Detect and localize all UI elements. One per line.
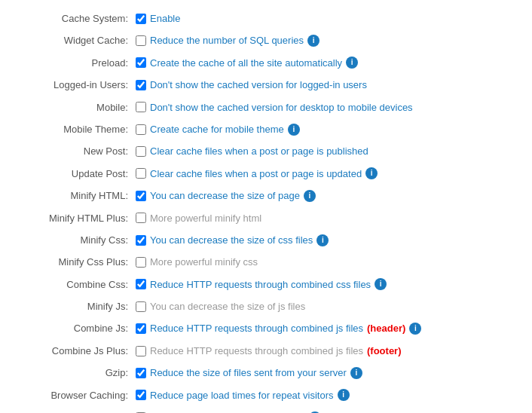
checkbox-2[interactable] xyxy=(136,57,146,68)
checkbox-8[interactable] xyxy=(136,191,146,201)
row-control-17: Reduce page load times for repeat visito… xyxy=(136,384,517,406)
row-label-8: Minify HTML: xyxy=(15,185,136,206)
description-8: You can decrease the size of page xyxy=(150,187,300,204)
row-label-12: Combine Css: xyxy=(15,274,136,295)
description-15: Reduce HTTP requests through combined js… xyxy=(150,342,363,359)
row-control-3: Don't show the cached version for logged… xyxy=(136,74,517,96)
checkbox-1[interactable] xyxy=(136,35,146,46)
row-control-1: Reduce the number of SQL queriesi xyxy=(136,29,517,51)
info-icon-2[interactable]: i xyxy=(346,57,358,69)
row-control-7: Clear cache files when a post or page is… xyxy=(136,163,517,185)
row-label-10: Minify Css: xyxy=(15,229,136,251)
row-control-13: You can decrease the size of js files xyxy=(136,295,517,317)
row-control-11: More powerful minify css xyxy=(136,251,517,273)
description-3: Don't show the cached version for logged… xyxy=(150,76,367,93)
row-label-11: Minify Css Plus: xyxy=(15,251,136,273)
description-10: You can decrease the size of css files xyxy=(150,231,313,249)
row-control-12: Reduce HTTP requests through combined cs… xyxy=(136,274,517,295)
description-7: Clear cache files when a post or page is… xyxy=(150,165,362,182)
checkbox-3[interactable] xyxy=(136,80,146,90)
row-label-0: Cache System: xyxy=(15,8,136,29)
checkbox-11[interactable] xyxy=(136,257,146,268)
row-control-10: You can decrease the size of css filesi xyxy=(136,229,517,251)
row-label-16: Gzip: xyxy=(15,362,136,384)
row-control-15: Reduce HTTP requests through combined js… xyxy=(136,340,517,362)
description-18: Remove render-blocking JavaScript xyxy=(150,408,305,413)
row-control-16: Reduce the size of files sent from your … xyxy=(136,362,517,384)
checkbox-14[interactable] xyxy=(136,323,146,334)
description-4: Don't show the cached version for deskto… xyxy=(150,99,413,116)
row-control-2: Create the cache of all the site automat… xyxy=(136,52,517,74)
description-0: Enable xyxy=(150,10,180,27)
row-label-15: Combine Js Plus: xyxy=(15,340,136,362)
row-label-9: Minify HTML Plus: xyxy=(15,207,136,229)
checkbox-16[interactable] xyxy=(136,368,146,378)
settings-table: Cache System:EnableWidget Cache:Reduce t… xyxy=(15,8,517,413)
row-label-6: New Post: xyxy=(15,140,136,162)
row-control-8: You can decrease the size of pagei xyxy=(136,185,517,206)
description-17: Reduce page load times for repeat visito… xyxy=(150,387,334,404)
description-1: Reduce the number of SQL queries xyxy=(150,32,304,49)
info-icon-14[interactable]: i xyxy=(409,323,421,335)
row-control-14: Reduce HTTP requests through combined js… xyxy=(136,317,517,339)
row-label-3: Logged-in Users: xyxy=(15,74,136,96)
row-label-5: Mobile Theme: xyxy=(15,118,136,140)
info-icon-10[interactable]: i xyxy=(316,234,329,246)
row-control-0: Enable xyxy=(136,8,517,29)
info-icon-12[interactable]: i xyxy=(375,278,387,290)
row-label-13: Minify Js: xyxy=(15,295,136,317)
checkbox-13[interactable] xyxy=(136,301,146,312)
row-label-17: Browser Caching: xyxy=(15,384,136,406)
description-11: More powerful minify css xyxy=(150,253,258,271)
info-icon-5[interactable]: i xyxy=(288,124,300,136)
checkbox-6[interactable] xyxy=(136,146,146,157)
info-icon-1[interactable]: i xyxy=(307,35,320,47)
row-control-5: Create cache for mobile themei xyxy=(136,118,517,140)
row-label-1: Widget Cache: xyxy=(15,29,136,51)
checkbox-15[interactable] xyxy=(136,346,146,356)
row-label-18: Render Blocking Js: xyxy=(15,406,136,413)
row-label-14: Combine Js: xyxy=(15,317,136,339)
description-16: Reduce the size of files sent from your … xyxy=(150,364,347,381)
info-icon-17[interactable]: i xyxy=(338,389,350,401)
description-6: Clear cache files when a post or page is… xyxy=(150,142,368,160)
badge-header-14: (header) xyxy=(367,320,405,337)
row-control-6: Clear cache files when a post or page is… xyxy=(136,140,517,162)
row-label-2: Preload: xyxy=(15,52,136,74)
checkbox-5[interactable] xyxy=(136,124,146,135)
info-icon-7[interactable]: i xyxy=(365,167,378,179)
row-control-9: More powerful minify html xyxy=(136,207,517,229)
description-12: Reduce HTTP requests through combined cs… xyxy=(150,276,371,293)
description-14: Reduce HTTP requests through combined js… xyxy=(150,320,363,337)
row-label-4: Mobile: xyxy=(15,96,136,118)
row-label-7: Update Post: xyxy=(15,163,136,185)
info-icon-8[interactable]: i xyxy=(304,190,316,202)
checkbox-0[interactable] xyxy=(136,14,146,24)
checkbox-17[interactable] xyxy=(136,390,146,400)
checkbox-4[interactable] xyxy=(136,102,146,112)
checkbox-12[interactable] xyxy=(136,279,146,289)
checkbox-7[interactable] xyxy=(136,168,146,179)
description-13: You can decrease the size of js files xyxy=(150,298,305,315)
badge-footer-15: (footer) xyxy=(367,342,402,359)
checkbox-9[interactable] xyxy=(136,213,146,223)
description-5: Create cache for mobile theme xyxy=(150,121,284,138)
row-control-18: Remove render-blocking JavaScripti xyxy=(136,406,517,413)
checkbox-10[interactable] xyxy=(136,235,146,246)
row-control-4: Don't show the cached version for deskto… xyxy=(136,96,517,118)
description-2: Create the cache of all the site automat… xyxy=(150,54,342,72)
description-9: More powerful minify html xyxy=(150,210,261,227)
info-icon-16[interactable]: i xyxy=(350,367,362,379)
